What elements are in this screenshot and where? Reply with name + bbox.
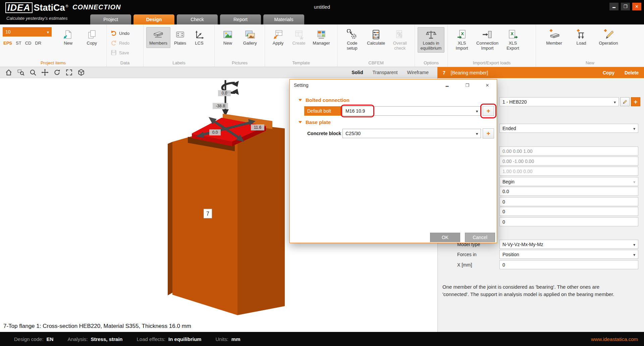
display-mode-wireframe[interactable]: Wireframe [407, 70, 429, 75]
dropdown-arrow-icon [614, 99, 616, 105]
forces-in-select[interactable]: Position [499, 250, 638, 259]
dialog-minimize-button[interactable] [444, 82, 450, 89]
logo-registered: ® [66, 4, 68, 8]
redo-button[interactable]: Redo [109, 39, 131, 47]
selection-bar: 7 [Bearing member] Copy Delete [437, 67, 644, 78]
selection-status-text: 7-Top flange 1: Cross-section HEB220, Ma… [3, 323, 191, 330]
selected-member-id: 7 [443, 70, 445, 75]
section-base-plate[interactable]: Base plate [299, 119, 331, 125]
redo-label: Redo [119, 41, 129, 46]
picture-new-button[interactable]: New [217, 27, 238, 48]
new-member-button[interactable]: Member [539, 27, 570, 48]
offset-field-4[interactable]: 0 [499, 217, 638, 226]
tab-design[interactable]: Design [133, 14, 174, 24]
pan-icon [41, 69, 49, 76]
template-create-button[interactable]: Create [288, 27, 309, 48]
undo-button[interactable]: Undo [109, 29, 131, 37]
code-setup-label: Code setup [341, 41, 363, 51]
overall-check-button[interactable]: Overall check [388, 27, 412, 53]
new-picture-icon [222, 29, 233, 40]
new-operation-button[interactable]: Operation [593, 27, 624, 48]
plates-icon [175, 29, 185, 40]
new-load-button[interactable]: Load [570, 27, 593, 48]
add-member-button[interactable] [631, 97, 640, 106]
mode-eps[interactable]: EPS [3, 41, 12, 46]
end-condition-select[interactable]: Ended [499, 124, 638, 133]
display-mode-switch: Solid Transparent Wireframe [352, 70, 437, 75]
home-view-button[interactable] [3, 67, 15, 77]
project-item-selector[interactable]: 10 [3, 27, 52, 37]
tab-materials[interactable]: Materials [263, 14, 304, 24]
template-apply-button[interactable]: Apply [268, 27, 288, 48]
display-mode-solid[interactable]: Solid [352, 70, 363, 75]
mode-dr[interactable]: DR [35, 41, 41, 46]
labels-members-toggle[interactable]: Members [146, 27, 170, 48]
minimize-button[interactable] [609, 3, 619, 10]
model-type-value: N-Vy-Vz-Mx-My-Mz [502, 242, 543, 247]
tab-check[interactable]: Check [177, 14, 218, 24]
ribbon-group-template: Apply Create Manager Template [265, 24, 337, 67]
member-delete-button[interactable]: Delete [625, 70, 639, 75]
website-link[interactable]: www.ideastatica.com [591, 336, 638, 342]
labels-plates-toggle[interactable]: Plates [170, 27, 190, 48]
dialog-maximize-button[interactable] [464, 82, 471, 89]
close-button[interactable] [632, 3, 641, 10]
offset-field-2[interactable]: 0 [499, 197, 638, 206]
direction-vector-2[interactable]: 0.00 -1.00 0.00 [499, 157, 638, 166]
member-select[interactable]: 1 - HEB220 [499, 97, 619, 106]
ok-button[interactable]: OK [430, 233, 460, 242]
section-bolted-connection[interactable]: Bolted connection [299, 97, 350, 103]
default-bolt-select[interactable]: M16 10.9 [342, 106, 481, 116]
ribbon-group-import-export: X XLS Import Connection Import X XLS Exp… [448, 24, 536, 67]
mode-st[interactable]: ST [16, 41, 21, 46]
rotate-view-button[interactable] [51, 67, 63, 77]
cancel-button[interactable]: Cancel [465, 233, 495, 242]
rotation-gizmo[interactable] [222, 80, 239, 116]
concrete-block-select[interactable]: C25/30 [342, 129, 481, 138]
xls-export-button[interactable]: X XLS Export [501, 27, 524, 53]
dialog-close-button[interactable] [484, 82, 491, 89]
pan-button[interactable] [39, 67, 51, 77]
position-select[interactable]: Begin [499, 177, 638, 186]
zoom-fit-button[interactable] [63, 67, 75, 77]
member-copy-button[interactable]: Copy [603, 70, 614, 75]
new-operation-icon [603, 29, 614, 40]
x-mm-field[interactable]: 0 [499, 260, 638, 269]
tab-report[interactable]: Report [220, 14, 261, 24]
save-button[interactable]: Save [109, 49, 131, 57]
copy-project-item-button[interactable]: Copy [80, 27, 104, 48]
analysis-mode-switch: EPS ST CD DR [3, 41, 52, 46]
model-type-select[interactable]: N-Vy-Vz-Mx-My-Mz [499, 240, 638, 249]
position-select-value: Begin [502, 179, 515, 184]
direction-vector-1[interactable]: 0.00 0.00 1.00 [499, 147, 638, 156]
dialog-title-bar[interactable]: Setting [290, 79, 497, 91]
template-manager-button[interactable]: Manager [309, 27, 333, 48]
labels-lcs-toggle[interactable]: LCS [190, 27, 209, 48]
zoom-window-button[interactable] [15, 67, 27, 77]
connection-import-button[interactable]: Connection Import [473, 27, 501, 53]
tab-project[interactable]: Project [90, 14, 131, 24]
logo-idea: IDEA [5, 2, 33, 13]
add-bolt-button[interactable] [483, 106, 494, 116]
xls-import-button[interactable]: X XLS Import [450, 27, 473, 53]
offset-field-3[interactable]: 0 [499, 207, 638, 216]
offset-field-1[interactable]: 0.0 [499, 187, 638, 196]
connection-import-label: Connection Import [474, 41, 500, 51]
calculate-button[interactable]: Calculate [364, 27, 388, 48]
mode-cd[interactable]: CD [25, 41, 32, 46]
add-concrete-button[interactable] [483, 128, 494, 138]
new-member-icon [548, 29, 560, 40]
magnifier-icon [29, 69, 37, 76]
new-project-item-button[interactable]: New [56, 27, 80, 48]
edit-member-button[interactable] [620, 97, 630, 106]
maximize-button[interactable] [621, 3, 630, 10]
clipping-button[interactable] [75, 67, 87, 77]
code-setup-button[interactable]: Code setup [340, 27, 364, 53]
zoom-button[interactable] [27, 67, 39, 77]
maximize-icon [465, 83, 469, 88]
dropdown-arrow-icon [633, 179, 635, 184]
xls-export-icon: X [507, 29, 518, 40]
display-mode-transparent[interactable]: Transparent [372, 70, 397, 75]
gallery-button[interactable]: Gallery [238, 27, 262, 48]
loads-in-equilibrium-toggle[interactable]: Loads in equilibrium [418, 27, 444, 53]
